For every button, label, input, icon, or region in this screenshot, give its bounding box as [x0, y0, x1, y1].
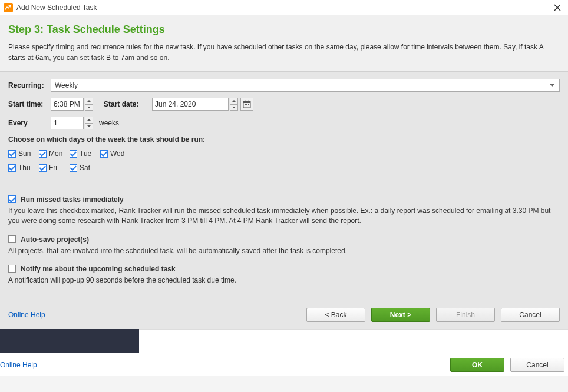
window-title: Add New Scheduled Task — [16, 4, 97, 12]
recurring-row: Recurring: Weekly — [8, 79, 560, 92]
day-mon: Mon — [39, 150, 70, 158]
day-wed: Wed — [100, 150, 131, 158]
chevron-down-icon — [87, 107, 91, 108]
svg-rect-5 — [246, 104, 247, 105]
background-strip — [0, 329, 568, 353]
cancel-button-bottom[interactable]: Cancel — [510, 358, 564, 372]
day-label: Tue — [80, 150, 91, 158]
start-date-value: Jun 24, 2020 — [155, 100, 196, 108]
app-icon — [4, 3, 13, 12]
start-time-label: Start time: — [8, 100, 51, 108]
svg-rect-6 — [248, 104, 249, 105]
time-date-row: Start time: 6:38 PM Start date: Jun 24, … — [8, 98, 560, 111]
start-date-down[interactable] — [230, 105, 238, 111]
every-row: Every 1 weeks — [8, 117, 560, 129]
days-prompt: Choose on which days of the week the tas… — [8, 135, 560, 144]
every-input[interactable]: 1 — [51, 117, 84, 129]
run-missed-row: Run missed tasks immediately — [8, 195, 560, 204]
day-fri: Fri — [39, 164, 70, 172]
calendar-icon — [243, 100, 251, 108]
checkbox-sun[interactable] — [8, 150, 16, 158]
checkbox-mon[interactable] — [39, 150, 47, 158]
every-label: Every — [8, 119, 51, 127]
days-row-1: Sun Mon Tue Wed — [8, 150, 560, 158]
auto-save-label: Auto-save project(s) — [21, 235, 89, 244]
checkbox-sat[interactable] — [70, 164, 77, 172]
day-sat: Sat — [70, 164, 100, 172]
svg-rect-4 — [245, 104, 246, 105]
start-time-input[interactable]: 6:38 PM — [51, 98, 84, 111]
checkbox-tue[interactable] — [70, 150, 77, 158]
recurring-label: Recurring: — [8, 81, 51, 89]
close-icon — [554, 4, 561, 11]
auto-save-desc: All projects, that are involved into the… — [8, 246, 560, 256]
step-header: Step 3: Task Schedule Settings Please sp… — [0, 15, 568, 72]
sidebar-bg — [0, 329, 139, 353]
step-title: Step 3: Task Schedule Settings — [8, 24, 560, 36]
every-spinner — [85, 117, 93, 129]
checkbox-wed[interactable] — [100, 150, 108, 158]
chevron-down-icon — [232, 107, 236, 108]
ok-button[interactable]: OK — [450, 358, 504, 372]
content-bg — [139, 329, 568, 353]
run-missed-label: Run missed tasks immediately — [21, 195, 124, 204]
run-missed-desc: If you leave this checkbox marked, Rank … — [8, 206, 560, 226]
day-label: Sun — [18, 150, 31, 158]
svg-rect-1 — [243, 101, 250, 103]
start-date-label: Start date: — [104, 100, 146, 108]
every-up[interactable] — [85, 117, 93, 124]
recurring-select[interactable]: Weekly — [51, 79, 560, 92]
days-row-2: Thu Fri Sat — [8, 164, 560, 172]
online-help-link-bottom[interactable]: Online Help — [0, 361, 37, 369]
chevron-up-icon — [87, 100, 91, 102]
checkbox-thu[interactable] — [8, 164, 16, 172]
checkbox-notify[interactable] — [8, 265, 16, 273]
chevron-down-icon — [87, 125, 91, 127]
checkbox-run-missed[interactable] — [8, 195, 16, 203]
chevron-up-icon — [87, 119, 91, 121]
start-date-spinner — [230, 98, 238, 111]
start-time-down[interactable] — [85, 105, 93, 111]
notify-desc: A notification will pop-up 90 seconds be… — [8, 275, 560, 285]
day-label: Wed — [110, 150, 124, 158]
day-sun: Sun — [8, 150, 39, 158]
day-label: Thu — [18, 164, 31, 172]
recurring-value: Weekly — [55, 81, 78, 89]
auto-save-row: Auto-save project(s) — [8, 235, 560, 244]
titlebar: Add New Scheduled Task — [0, 0, 568, 15]
notify-row: Notify me about the upcoming scheduled t… — [8, 265, 560, 273]
start-time-spinner — [85, 98, 93, 111]
day-label: Sat — [80, 164, 90, 172]
checkbox-auto-save[interactable] — [8, 235, 16, 243]
weeks-label: weeks — [99, 119, 119, 127]
chevron-up-icon — [232, 100, 236, 102]
cancel-button[interactable]: Cancel — [501, 308, 560, 322]
options-block: Run missed tasks immediately If you leav… — [8, 195, 560, 285]
notify-label: Notify me about the upcoming scheduled t… — [21, 265, 176, 273]
step-description: Please specify timing and recurrence rul… — [8, 42, 560, 63]
start-time-up[interactable] — [85, 98, 93, 105]
every-down[interactable] — [85, 124, 93, 130]
svg-rect-3 — [249, 101, 250, 102]
start-date-up[interactable] — [230, 98, 238, 105]
close-button[interactable] — [550, 2, 564, 14]
online-help-link[interactable]: Online Help — [8, 311, 45, 319]
parent-footer: Online Help OK Cancel — [0, 353, 568, 376]
start-time-value: 6:38 PM — [54, 100, 80, 108]
next-button[interactable]: Next > — [371, 308, 430, 322]
day-label: Fri — [49, 164, 57, 172]
calendar-button[interactable] — [240, 98, 253, 111]
wizard-footer: Online Help < Back Next > Finish Cancel — [0, 302, 568, 329]
start-date-input[interactable]: Jun 24, 2020 — [152, 98, 229, 111]
form-area: Recurring: Weekly Start time: 6:38 PM St… — [0, 72, 568, 302]
checkbox-fri[interactable] — [39, 164, 47, 172]
day-tue: Tue — [70, 150, 100, 158]
day-label: Mon — [49, 150, 62, 158]
back-button[interactable]: < Back — [306, 308, 365, 322]
finish-button[interactable]: Finish — [436, 308, 495, 322]
svg-rect-2 — [245, 101, 246, 102]
every-value: 1 — [54, 119, 58, 127]
day-thu: Thu — [8, 164, 39, 172]
